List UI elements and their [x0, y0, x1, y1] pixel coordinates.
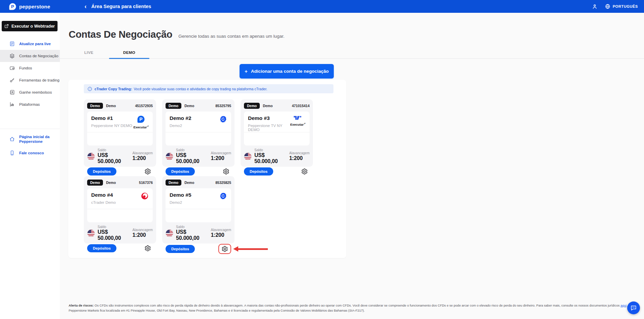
- deposits-button[interactable]: Depósitos: [87, 167, 116, 176]
- sidebar-divider: [0, 129, 60, 129]
- demo-badge: Demo: [87, 180, 103, 186]
- banner-lead: cTrader Copy Trading:: [95, 87, 132, 91]
- account-name: Demo #5: [170, 192, 191, 198]
- info-icon: i: [88, 87, 92, 91]
- sidebar-footer-nav: Página inicial da PepperstoneFale conosc…: [0, 131, 60, 159]
- wallet-icon: [9, 65, 15, 71]
- sidebar-item-2[interactable]: Fundos: [0, 62, 60, 74]
- executar-label: Executar: [290, 123, 303, 126]
- account-settings-button[interactable]: [221, 167, 231, 176]
- demo-badge: Demo: [166, 180, 181, 186]
- gear-icon: [221, 246, 228, 252]
- add-trading-account-label: Adicionar uma conta de negociação: [251, 69, 329, 74]
- account-settings-button[interactable]: [299, 167, 310, 176]
- sidebar: Executar o Webtrader Atualize para liveC…: [0, 13, 60, 319]
- gear-icon: [144, 168, 151, 175]
- account-card-2: Demo Demo 85325795 Demo #2 Demo2 P: [162, 99, 235, 167]
- demo-badge: Demo: [166, 103, 181, 109]
- account-card-1: Demo Demo 451572935 Demo #1 Pepperstone …: [84, 99, 156, 167]
- sidebar-item-label: Atualize para live: [19, 41, 51, 46]
- svg-text:P: P: [11, 4, 14, 9]
- saldo-label: Saldo: [176, 148, 208, 152]
- gear-icon: [223, 168, 229, 175]
- pepperstone-platform-icon: P: [137, 115, 145, 123]
- globe-icon: [605, 4, 610, 9]
- main-content: Contas De Negociação Gerencie todas as s…: [60, 13, 644, 319]
- sidebar-item-label: Plataformas: [19, 102, 40, 107]
- account-settings-button[interactable]: [143, 167, 153, 176]
- brand-name: pepperstone: [19, 4, 50, 9]
- external-link-icon: ↗: [304, 122, 306, 125]
- add-trading-account-button[interactable]: + Adicionar uma conta de negociação: [240, 64, 334, 78]
- tab-demo[interactable]: DEMO: [109, 47, 149, 58]
- account-number: 471015414: [292, 104, 310, 108]
- account-description: Demo2: [170, 200, 191, 204]
- alavancagem-value: 1:200: [289, 155, 302, 161]
- deposits-button[interactable]: Depósitos: [87, 244, 116, 252]
- usd-flag-icon: [87, 153, 95, 160]
- demo-badge: Demo: [244, 103, 260, 109]
- sidebar-footer-item-1[interactable]: Fale conosco: [0, 147, 60, 159]
- contact-icon: [9, 90, 15, 95]
- saldo-value: US$ 50.000,00: [98, 229, 130, 241]
- layers-icon: [9, 53, 15, 59]
- account-number: 85325825: [215, 181, 231, 185]
- account-number: 451572935: [135, 104, 153, 108]
- usd-flag-icon: [244, 153, 252, 160]
- ctrader-copy-platform-icon: [219, 192, 227, 200]
- account-type: Demo: [106, 181, 116, 185]
- chat-bubble-icon: [630, 305, 637, 311]
- phone-icon: [9, 150, 15, 156]
- account-name: Demo #2: [170, 115, 191, 121]
- sidebar-item-1[interactable]: Contas de Negociação: [0, 50, 60, 62]
- account-card-3: Demo Demo 471015414 Demo #3 Pepperstone …: [241, 99, 313, 167]
- account-tabs: LIVE DEMO: [60, 47, 644, 59]
- user-account-icon[interactable]: [592, 4, 598, 9]
- account-settings-button[interactable]: [143, 244, 153, 253]
- page-subtitle: Gerencie todas as suas contas em apenas …: [178, 34, 284, 39]
- sidebar-item-3[interactable]: Ferramentas de trading: [0, 74, 60, 86]
- pepperstone-logo[interactable]: P pepperstone: [9, 3, 50, 10]
- account-type: Demo: [106, 104, 116, 108]
- alavancagem-value: 1:200: [211, 155, 224, 161]
- alavancagem-value: 1:200: [132, 232, 146, 238]
- alavancagem-label: Alavancagem: [132, 228, 153, 232]
- language-selector[interactable]: PORTUGUÊS: [605, 4, 638, 9]
- sidebar-item-label: Fundos: [19, 66, 32, 70]
- ctrader-platform-icon: [141, 192, 149, 200]
- sidebar-item-0[interactable]: Atualize para live: [0, 38, 60, 50]
- alavancagem-label: Alavancagem: [211, 228, 231, 232]
- deposits-button[interactable]: Depósitos: [166, 245, 195, 253]
- sidebar-item-label: Ferramentas de trading: [19, 78, 60, 83]
- account-type: Demo: [184, 181, 194, 185]
- back-chevron-icon[interactable]: ‹: [84, 3, 86, 9]
- language-label: PORTUGUÊS: [613, 4, 638, 8]
- deposits-button[interactable]: Depósitos: [244, 167, 273, 176]
- chat-support-button[interactable]: [627, 301, 640, 314]
- executar-link[interactable]: Executar↗: [133, 125, 149, 129]
- sidebar-item-label: Fale conosco: [19, 151, 44, 155]
- sidebar-item-5[interactable]: Plataformas: [0, 98, 60, 110]
- run-webtrader-button[interactable]: Executar o Webtrader: [2, 21, 58, 31]
- tab-live[interactable]: LIVE: [69, 47, 109, 58]
- sidebar-footer-item-0[interactable]: Página inicial da Pepperstone: [0, 131, 60, 147]
- alavancagem-value: 1:200: [132, 155, 146, 161]
- saldo-label: Saldo: [176, 225, 208, 229]
- sidebar-item-label: Contas de Negociação: [19, 54, 58, 58]
- usd-flag-icon: [87, 229, 95, 237]
- demo-badge: Demo: [87, 103, 103, 109]
- alavancagem-label: Alavancagem: [211, 151, 231, 155]
- svg-text:P: P: [140, 117, 143, 122]
- deposits-button[interactable]: Depósitos: [166, 167, 195, 176]
- saldo-label: Saldo: [98, 225, 130, 229]
- legal-docs-link[interactable]: aqui: [620, 304, 627, 307]
- account-description: Pepperstone TV NY DEMO: [248, 124, 290, 132]
- usd-flag-icon: [166, 229, 173, 237]
- cards-grid: Demo Demo 451572935 Demo #1 Pepperstone …: [84, 99, 326, 244]
- risk-warning-lead: Alerta de riscos:: [69, 304, 94, 307]
- plus-icon: +: [245, 68, 248, 74]
- account-settings-button[interactable]: [218, 244, 231, 254]
- executar-link[interactable]: Executar↗: [290, 122, 306, 126]
- gear-icon: [301, 168, 308, 175]
- sidebar-item-4[interactable]: Ganhe reembolsos: [0, 86, 60, 98]
